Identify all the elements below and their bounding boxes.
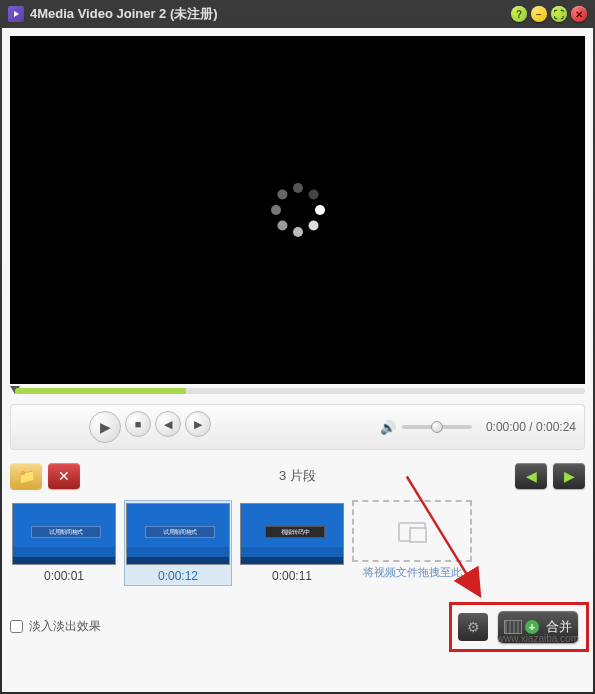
delete-icon: ✕ <box>58 468 70 484</box>
clip-next-button[interactable]: ▶ <box>553 463 585 489</box>
delete-clip-button[interactable]: ✕ <box>48 463 80 489</box>
title-bar: 4Media Video Joiner 2 (未注册) ? − ⛶ ✕ <box>0 0 595 28</box>
clip-prev-button[interactable]: ◀ <box>515 463 547 489</box>
volume-icon[interactable]: 🔊 <box>380 420 396 435</box>
folder-plus-icon: 📁 <box>18 468 35 484</box>
fade-effect-checkbox[interactable]: 淡入淡出效果 <box>10 618 101 635</box>
fade-label: 淡入淡出效果 <box>29 618 101 635</box>
total-time: 0:00:24 <box>536 420 576 434</box>
help-button[interactable]: ? <box>511 6 527 22</box>
dropzone-label: 将视频文件拖拽至此 <box>354 565 470 580</box>
settings-icon: ⚙ <box>467 619 480 635</box>
clip-strip: 试用期间格式 0:00:01 试用期间格式 0:00:12 视频转码中 0:00… <box>10 500 585 586</box>
clip-item[interactable]: 视频转码中 0:00:11 <box>238 500 346 586</box>
clip-item[interactable]: 试用期间格式 0:00:12 <box>124 500 232 586</box>
clip-thumbnail: 试用期间格式 <box>12 503 116 565</box>
volume-slider[interactable] <box>402 425 472 429</box>
prev-button[interactable]: ◀ <box>155 411 181 437</box>
watermark-text: www.xiazaiba.com <box>497 633 579 644</box>
clip-duration: 0:00:01 <box>44 569 84 583</box>
app-title: 4Media Video Joiner 2 (未注册) <box>30 5 218 23</box>
output-settings-button[interactable]: ⚙ <box>458 613 488 641</box>
loading-spinner-icon <box>268 180 328 240</box>
clip-duration: 0:00:12 <box>158 569 198 583</box>
clip-thumbnail: 视频转码中 <box>240 503 344 565</box>
minimize-button[interactable]: − <box>531 6 547 22</box>
app-icon <box>8 6 24 22</box>
seek-row <box>10 386 585 396</box>
video-preview <box>10 36 585 384</box>
stop-button[interactable]: ■ <box>125 411 151 437</box>
clip-toolbar: 📁 ✕ 3 片段 ◀ ▶ <box>10 460 585 492</box>
dropzone-icon <box>398 522 426 542</box>
time-display: 0:00:00 / 0:00:24 <box>486 420 576 434</box>
seek-bar[interactable] <box>15 388 585 394</box>
current-time: 0:00:00 <box>486 420 526 434</box>
clip-count-label: 3 片段 <box>279 467 316 485</box>
playback-controls: ▶ ■ ◀ ▶ 🔊 0:00:00 / 0:00:24 <box>10 404 585 450</box>
time-sep: / <box>526 420 536 434</box>
add-file-button[interactable]: 📁 <box>10 463 42 489</box>
main-content: ▶ ■ ◀ ▶ 🔊 0:00:00 / 0:00:24 📁 ✕ 3 片段 <box>2 28 593 692</box>
merge-highlight: ⚙ + 合并 <box>449 602 589 652</box>
clip-duration: 0:00:11 <box>272 569 312 583</box>
maximize-button[interactable]: ⛶ <box>551 6 567 22</box>
clip-dropzone[interactable]: 将视频文件拖拽至此 <box>352 500 472 562</box>
play-button[interactable]: ▶ <box>89 411 121 443</box>
app-window: 4Media Video Joiner 2 (未注册) ? − ⛶ ✕ <box>0 0 595 694</box>
clip-item[interactable]: 试用期间格式 0:00:01 <box>10 500 118 586</box>
plus-icon: + <box>525 620 539 634</box>
bottom-row: 淡入淡出效果 ⚙ + 合并 www.xiazaiba.com <box>10 606 585 646</box>
window-controls: ? − ⛶ ✕ <box>511 6 587 22</box>
clip-thumbnail: 试用期间格式 <box>126 503 230 565</box>
fade-checkbox-input[interactable] <box>10 620 23 633</box>
next-button[interactable]: ▶ <box>185 411 211 437</box>
film-icon <box>504 620 522 634</box>
close-button[interactable]: ✕ <box>571 6 587 22</box>
